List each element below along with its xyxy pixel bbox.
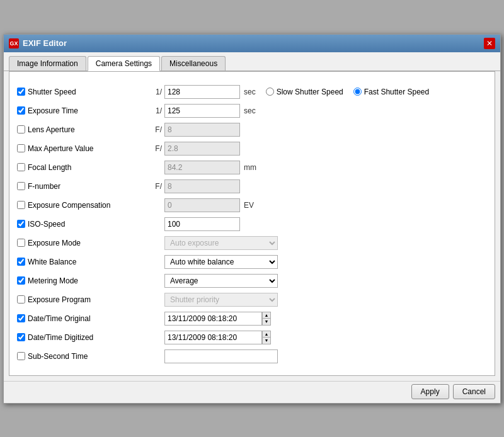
- focal-length-row: Focal Length mm: [17, 160, 487, 175]
- exposure-comp-label[interactable]: Exposure Compensation: [17, 201, 143, 210]
- app-logo: GX: [9, 38, 19, 48]
- cancel-button[interactable]: Cancel: [453, 384, 495, 399]
- datetime-digitized-row: Date/Time Digitized ▲ ▼: [17, 330, 487, 345]
- sub-second-row: Sub-Second Time: [17, 349, 487, 364]
- metering-mode-row: Metering Mode Average: [17, 273, 487, 288]
- max-aperture-label[interactable]: Max Aperture Value: [17, 144, 143, 153]
- exposure-time-input[interactable]: [164, 104, 240, 118]
- lens-aperture-prefix: F/: [143, 125, 162, 134]
- f-number-prefix: F/: [143, 182, 162, 191]
- exposure-mode-select: Auto exposure: [164, 236, 278, 250]
- white-balance-checkbox[interactable]: [17, 258, 25, 266]
- focal-length-checkbox[interactable]: [17, 163, 25, 171]
- metering-mode-select[interactable]: Average: [164, 274, 278, 288]
- slow-shutter-text: Slow Shutter Speed: [277, 88, 343, 96]
- datetime-original-wrap: ▲ ▼: [164, 312, 271, 326]
- shutter-speed-label[interactable]: Shutter Speed: [17, 88, 143, 96]
- sub-second-input[interactable]: [164, 349, 278, 363]
- datetime-original-down[interactable]: ▼: [263, 319, 270, 325]
- focal-length-label[interactable]: Focal Length: [17, 163, 143, 172]
- metering-mode-label[interactable]: Metering Mode: [17, 276, 143, 285]
- exposure-time-row: Exposure Time 1/ sec: [17, 103, 487, 118]
- shutter-speed-checkbox[interactable]: [17, 88, 25, 96]
- window-title: EXIF Editor: [23, 38, 67, 48]
- lens-aperture-label[interactable]: Lens Aperture: [17, 125, 143, 134]
- f-number-checkbox[interactable]: [17, 182, 25, 190]
- exposure-comp-row: Exposure Compensation EV: [17, 198, 487, 213]
- datetime-digitized-up[interactable]: ▲: [263, 331, 270, 338]
- exposure-comp-checkbox[interactable]: [17, 201, 25, 209]
- datetime-digitized-wrap: ▲ ▼: [164, 331, 271, 344]
- exposure-program-select: Shutter priority: [164, 293, 278, 307]
- datetime-digitized-label[interactable]: Date/Time Digitized: [17, 333, 143, 342]
- max-aperture-input: [164, 142, 240, 156]
- exposure-program-checkbox[interactable]: [17, 295, 25, 304]
- datetime-original-row: Date/Time Original ▲ ▼: [17, 311, 487, 326]
- lens-aperture-input: [164, 123, 240, 137]
- f-number-row: F-number F/: [17, 179, 487, 194]
- exposure-mode-label[interactable]: Exposure Mode: [17, 239, 143, 247]
- shutter-speed-input[interactable]: [164, 85, 240, 99]
- max-aperture-row: Max Aperture Value F/: [17, 141, 487, 156]
- focal-length-suffix: mm: [244, 163, 256, 172]
- f-number-label[interactable]: F-number: [17, 182, 143, 191]
- tab-miscellaneous[interactable]: Miscellaneous: [161, 56, 226, 71]
- title-bar-left: GX EXIF Editor: [9, 38, 67, 48]
- exposure-mode-row: Exposure Mode Auto exposure: [17, 236, 487, 251]
- exposure-comp-suffix: EV: [244, 201, 254, 210]
- lens-aperture-checkbox[interactable]: [17, 125, 25, 133]
- exposure-comp-input: [164, 198, 240, 212]
- exposure-program-row: Exposure Program Shutter priority: [17, 292, 487, 307]
- fast-shutter-label[interactable]: Fast Shutter Speed: [353, 88, 429, 96]
- datetime-original-spinner: ▲ ▼: [262, 312, 271, 326]
- white-balance-label[interactable]: White Balance: [17, 258, 143, 266]
- iso-speed-label[interactable]: ISO-Speed: [17, 220, 143, 229]
- sub-second-label[interactable]: Sub-Second Time: [17, 352, 143, 361]
- bottom-bar: Apply Cancel: [4, 381, 500, 403]
- tab-bar: Image Information Camera Settings Miscel…: [4, 52, 500, 71]
- iso-speed-input[interactable]: [164, 217, 240, 231]
- sub-second-checkbox[interactable]: [17, 352, 25, 360]
- main-window: GX EXIF Editor ✕ Image Information Camer…: [3, 34, 501, 404]
- iso-speed-checkbox[interactable]: [17, 220, 25, 228]
- tab-content: Shutter Speed 1/ sec Slow Shutter Speed …: [9, 71, 495, 376]
- shutter-speed-suffix: sec: [244, 88, 256, 96]
- exposure-time-suffix: sec: [244, 106, 256, 115]
- shutter-speed-row: Shutter Speed 1/ sec Slow Shutter Speed …: [17, 84, 487, 99]
- exposure-time-prefix: 1/: [143, 106, 162, 115]
- max-aperture-checkbox[interactable]: [17, 144, 25, 152]
- datetime-original-up[interactable]: ▲: [263, 312, 270, 319]
- tab-image-info[interactable]: Image Information: [9, 56, 86, 71]
- max-aperture-prefix: F/: [143, 144, 162, 153]
- shutter-speed-prefix: 1/: [143, 88, 162, 96]
- exposure-time-label[interactable]: Exposure Time: [17, 106, 143, 115]
- exposure-time-checkbox[interactable]: [17, 106, 25, 115]
- slow-shutter-radio[interactable]: [266, 88, 274, 96]
- f-number-input: [164, 179, 240, 193]
- iso-speed-row: ISO-Speed: [17, 217, 487, 232]
- datetime-digitized-checkbox[interactable]: [17, 333, 25, 341]
- exposure-program-label[interactable]: Exposure Program: [17, 295, 143, 304]
- datetime-digitized-input[interactable]: [164, 331, 262, 344]
- title-bar: GX EXIF Editor ✕: [4, 35, 500, 52]
- lens-aperture-row: Lens Aperture F/: [17, 122, 487, 137]
- tab-camera-settings[interactable]: Camera Settings: [88, 56, 160, 71]
- datetime-original-input[interactable]: [164, 312, 262, 326]
- slow-shutter-label[interactable]: Slow Shutter Speed: [266, 88, 343, 96]
- datetime-original-checkbox[interactable]: [17, 314, 25, 322]
- white-balance-select[interactable]: Auto white balance: [164, 255, 278, 269]
- white-balance-row: White Balance Auto white balance: [17, 254, 487, 270]
- datetime-digitized-spinner: ▲ ▼: [262, 331, 271, 344]
- datetime-digitized-down[interactable]: ▼: [263, 338, 270, 344]
- fast-shutter-text: Fast Shutter Speed: [364, 88, 429, 96]
- datetime-original-label[interactable]: Date/Time Original: [17, 314, 143, 323]
- focal-length-input: [164, 161, 240, 174]
- fast-shutter-radio[interactable]: [353, 88, 362, 96]
- shutter-speed-radio-group: Slow Shutter Speed Fast Shutter Speed: [266, 88, 429, 96]
- metering-mode-checkbox[interactable]: [17, 276, 25, 285]
- apply-button[interactable]: Apply: [411, 384, 449, 399]
- exposure-mode-checkbox[interactable]: [17, 239, 25, 247]
- close-button[interactable]: ✕: [484, 38, 495, 49]
